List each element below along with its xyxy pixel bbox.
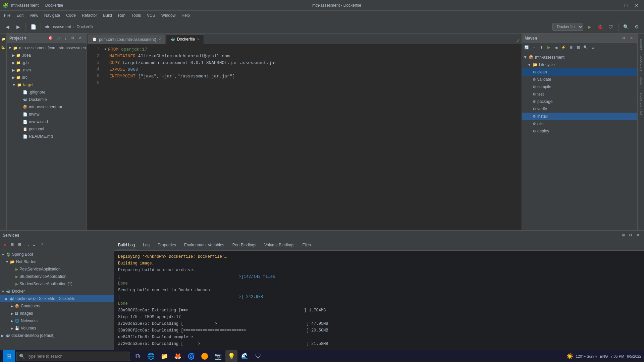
- tab-files[interactable]: Files: [301, 241, 312, 249]
- tree-mvn[interactable]: ▶ 📁 .mvn: [7, 66, 86, 74]
- services-settings-button[interactable]: ⚙: [627, 232, 634, 239]
- maven-package[interactable]: ⚙ package: [522, 98, 637, 105]
- collapse-all-button[interactable]: ⊟: [55, 35, 61, 42]
- services-hide-button[interactable]: ✕: [635, 232, 641, 239]
- svc-docker-group[interactable]: ▼ 🐳 Docker: [0, 288, 114, 295]
- maven-expand-button[interactable]: ⊞: [568, 44, 574, 51]
- structure-icon[interactable]: 📐: [1, 44, 6, 50]
- database-tab[interactable]: Database: [638, 53, 644, 74]
- maven-install[interactable]: ⚙ install: [522, 113, 637, 120]
- tab-volume-bindings[interactable]: Volume Bindings: [263, 241, 296, 249]
- svc-student-service-1[interactable]: ▶ StudentServiceApplication (1): [0, 280, 114, 288]
- tab-port-bindings[interactable]: Port Bindings: [231, 241, 258, 249]
- tree-target[interactable]: ▼ 📁 target: [7, 81, 86, 88]
- sort-button[interactable]: ↕: [62, 35, 69, 42]
- maven-deploy[interactable]: ⚙ deploy: [522, 127, 637, 135]
- maven-close-button[interactable]: ✕: [628, 35, 635, 42]
- tab-log[interactable]: Log: [142, 241, 151, 249]
- locate-file-button[interactable]: 🎯: [47, 35, 54, 42]
- start-button[interactable]: ⊞: [3, 350, 15, 362]
- chrome-icon[interactable]: 🌀: [185, 350, 197, 362]
- menu-edit[interactable]: Edit: [14, 12, 26, 19]
- svc-filter-button[interactable]: ≡: [31, 241, 38, 248]
- menu-help[interactable]: Help: [179, 12, 193, 19]
- tree-root[interactable]: ▼ 📁 mtn-assesment [com.mtn-assessment]: [7, 44, 86, 52]
- explorer-icon[interactable]: 📁: [158, 350, 170, 362]
- maven-add-button[interactable]: +: [531, 44, 537, 51]
- back-button[interactable]: ◀: [3, 22, 12, 32]
- tree-readme[interactable]: 📄 README.md: [7, 133, 86, 140]
- maven-verify[interactable]: ⚙ verify: [522, 105, 637, 113]
- maven-settings-button[interactable]: ⚙: [621, 35, 627, 42]
- tree-gitignore[interactable]: 📄 .gitignore: [7, 88, 86, 96]
- app4-icon[interactable]: 🛡: [252, 350, 264, 362]
- maven-tab[interactable]: Maven: [638, 36, 644, 53]
- gradle-tab[interactable]: Gradle: [638, 74, 644, 90]
- tree-jpb[interactable]: ▶ 📁 .jpb: [7, 59, 86, 66]
- svc-not-started-group[interactable]: ▼ 📂 Not Started: [0, 258, 114, 265]
- window-controls[interactable]: — □ ✕: [610, 1, 641, 10]
- tree-src[interactable]: ▶ 📁 src: [7, 74, 86, 81]
- big-data-tools-tab[interactable]: Big Data Tools: [638, 90, 644, 119]
- run-with-coverage-button[interactable]: 🛡: [606, 22, 615, 32]
- breadcrumb-file-label[interactable]: Dockerfile: [76, 24, 94, 29]
- maximize-button[interactable]: □: [621, 1, 631, 10]
- tree-rar[interactable]: 📦 mtn-assesment.rar: [7, 103, 86, 111]
- menu-tools[interactable]: Tools: [129, 12, 144, 19]
- menu-window[interactable]: Window: [159, 12, 178, 19]
- maven-site[interactable]: ⚙ site: [522, 120, 637, 127]
- app3-icon[interactable]: 🌊: [239, 350, 251, 362]
- forward-button[interactable]: ▶: [13, 22, 23, 32]
- tree-dockerfile[interactable]: 🐳 Dockerfile: [7, 96, 86, 103]
- maven-validate[interactable]: ⚙ validate: [522, 76, 637, 83]
- svc-jump-button[interactable]: ↗: [38, 241, 45, 248]
- tree-mvnw[interactable]: 📄 mvnw: [7, 111, 86, 118]
- svc-containers[interactable]: ▶ 📦 Containers: [0, 302, 114, 310]
- menu-navigate[interactable]: Navigate: [42, 12, 63, 19]
- project-close-button[interactable]: ✕: [77, 35, 84, 42]
- menu-build[interactable]: Build: [100, 12, 115, 19]
- menu-code[interactable]: Code: [63, 12, 78, 19]
- maven-clean[interactable]: ⚙ clean: [522, 68, 637, 76]
- svc-stop-button[interactable]: ■: [1, 241, 8, 248]
- breadcrumb-file[interactable]: Dockerfile: [45, 3, 63, 8]
- tab-build-log[interactable]: Build Log: [117, 241, 136, 249]
- maven-refresh-button[interactable]: 🔄: [523, 44, 530, 51]
- maven-generate-button[interactable]: ⚡: [560, 44, 567, 51]
- svc-images[interactable]: ▶ 🖼 Images: [0, 310, 114, 317]
- close-button[interactable]: ✕: [632, 1, 641, 10]
- recent-files-button[interactable]: 📄: [29, 22, 38, 32]
- menu-file[interactable]: File: [1, 12, 13, 19]
- svc-expand-all-button[interactable]: ⊞: [9, 241, 15, 248]
- menu-refactor[interactable]: Refactor: [79, 12, 100, 19]
- editor-content[interactable]: 1 ▶ FROM openjdk:17 2 MAINTAINER Alireza…: [87, 44, 522, 230]
- project-dropdown-button[interactable]: Project ▾: [9, 36, 26, 41]
- breadcrumb-project-label[interactable]: mtn-assesment: [44, 24, 71, 29]
- minimize-button[interactable]: —: [610, 1, 620, 10]
- tab-properties[interactable]: Properties: [156, 241, 177, 249]
- svc-add-button[interactable]: +: [46, 241, 52, 248]
- maven-skip-tests-button[interactable]: ⏭: [553, 44, 559, 51]
- debug-button[interactable]: 🐞: [595, 22, 605, 32]
- svc-dockerfile-deploy[interactable]: ▶ 🐳 <unknown> Dockerfile: Dockerfile: [0, 295, 114, 302]
- app1-icon[interactable]: 🟠: [199, 350, 211, 362]
- tree-idea[interactable]: ▶ 📁 .idea: [7, 52, 86, 59]
- tree-mvnw-cmd[interactable]: 📄 mvnw.cmd: [7, 118, 86, 125]
- maven-collapse-button[interactable]: ⊟: [575, 44, 582, 51]
- edge-icon[interactable]: 🌐: [145, 350, 157, 362]
- firefox-icon[interactable]: 🦊: [172, 350, 184, 362]
- maven-run-button[interactable]: ▶: [545, 44, 552, 51]
- menu-view[interactable]: View: [27, 12, 41, 19]
- task-view-button[interactable]: ⧉: [131, 350, 144, 362]
- pom-tab-close[interactable]: ✕: [158, 38, 161, 41]
- svc-networks[interactable]: ▶ 🌐 Networks: [0, 317, 114, 324]
- run-button[interactable]: ▶: [585, 22, 594, 32]
- services-layout-button[interactable]: ⊞: [620, 232, 627, 239]
- svc-student-service[interactable]: ▶ StudentServiceApplication: [0, 273, 114, 280]
- intellij-icon[interactable]: 💡: [225, 350, 237, 362]
- tab-dockerfile[interactable]: 🐳 Dockerfile ✕: [166, 35, 204, 44]
- svc-collapse-all-button[interactable]: ⊟: [16, 241, 23, 248]
- maven-lifecycle-group[interactable]: ▼ 📂 Lifecycle: [522, 61, 637, 68]
- settings-button[interactable]: ⚙: [632, 22, 641, 32]
- maven-compile[interactable]: ⚙ compile: [522, 83, 637, 90]
